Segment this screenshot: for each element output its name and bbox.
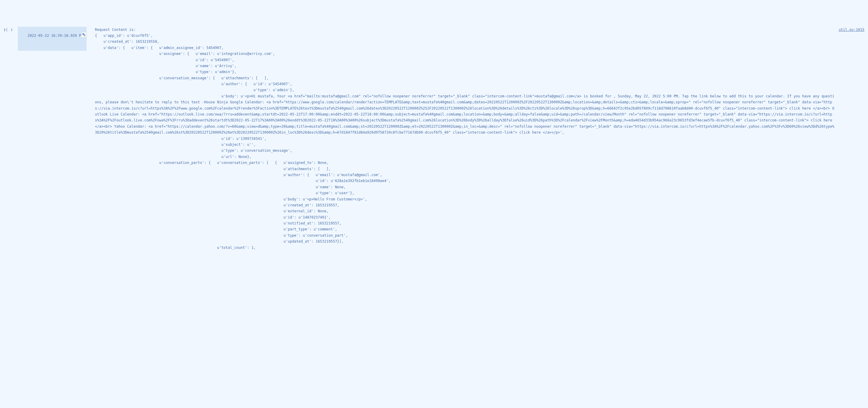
- log-level: i: [11, 27, 18, 33]
- log-source-location[interactable]: util.py:1015: [835, 27, 864, 33]
- prompt-marker: ❯|: [4, 27, 11, 33]
- svg-text:A: A: [84, 34, 85, 36]
- translate-icon[interactable]: 文 A: [81, 32, 87, 37]
- log-entry: ❯| i 2022-05-22 16:39:18.929 PKT 文 A Req…: [4, 27, 864, 251]
- log-timestamp[interactable]: 2022-05-22 16:39:18.929 PKT 文 A: [18, 27, 87, 51]
- timestamp-text: 2022-05-22 16:39:18.929 PKT: [28, 34, 86, 38]
- svg-text:文: 文: [83, 33, 84, 35]
- log-content[interactable]: Request Content is: { u'app_id': u'dcuvf…: [87, 27, 835, 251]
